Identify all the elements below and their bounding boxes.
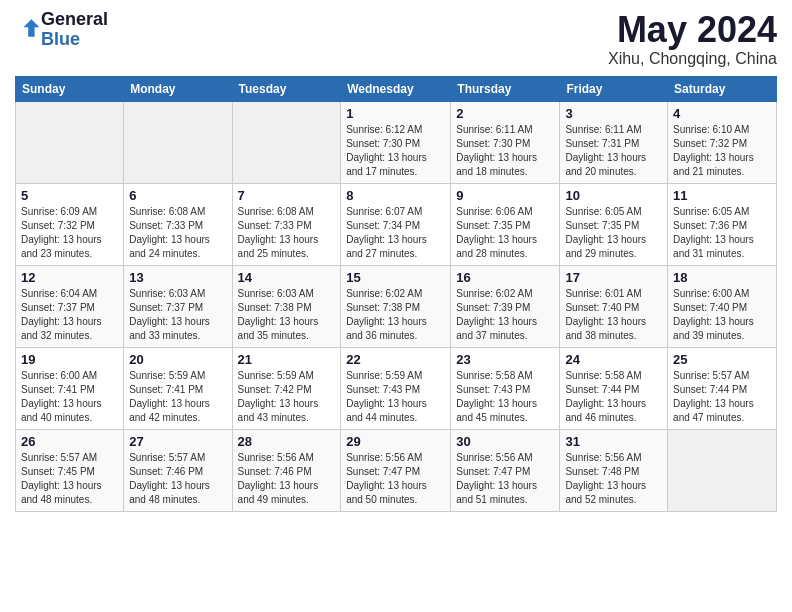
- calendar-body: 1Sunrise: 6:12 AM Sunset: 7:30 PM Daylig…: [16, 101, 777, 511]
- calendar-page: General Blue May 2024 Xihu, Chongqing, C…: [0, 0, 792, 522]
- day-info: Sunrise: 5:56 AM Sunset: 7:47 PM Dayligh…: [456, 451, 554, 507]
- calendar-cell: [232, 101, 341, 183]
- calendar-cell: 16Sunrise: 6:02 AM Sunset: 7:39 PM Dayli…: [451, 265, 560, 347]
- calendar-table: Sunday Monday Tuesday Wednesday Thursday…: [15, 76, 777, 512]
- day-info: Sunrise: 5:56 AM Sunset: 7:48 PM Dayligh…: [565, 451, 662, 507]
- day-number: 5: [21, 188, 118, 203]
- day-info: Sunrise: 5:59 AM Sunset: 7:41 PM Dayligh…: [129, 369, 226, 425]
- week-row-1: 1Sunrise: 6:12 AM Sunset: 7:30 PM Daylig…: [16, 101, 777, 183]
- day-info: Sunrise: 6:07 AM Sunset: 7:34 PM Dayligh…: [346, 205, 445, 261]
- calendar-cell: 1Sunrise: 6:12 AM Sunset: 7:30 PM Daylig…: [341, 101, 451, 183]
- day-number: 12: [21, 270, 118, 285]
- calendar-header: Sunday Monday Tuesday Wednesday Thursday…: [16, 76, 777, 101]
- svg-marker-0: [23, 19, 39, 37]
- day-info: Sunrise: 6:05 AM Sunset: 7:36 PM Dayligh…: [673, 205, 771, 261]
- day-number: 2: [456, 106, 554, 121]
- calendar-cell: 31Sunrise: 5:56 AM Sunset: 7:48 PM Dayli…: [560, 429, 668, 511]
- calendar-cell: 15Sunrise: 6:02 AM Sunset: 7:38 PM Dayli…: [341, 265, 451, 347]
- day-number: 1: [346, 106, 445, 121]
- day-number: 15: [346, 270, 445, 285]
- day-number: 6: [129, 188, 226, 203]
- day-info: Sunrise: 5:59 AM Sunset: 7:42 PM Dayligh…: [238, 369, 336, 425]
- day-number: 11: [673, 188, 771, 203]
- calendar-cell: [16, 101, 124, 183]
- day-number: 10: [565, 188, 662, 203]
- day-info: Sunrise: 6:00 AM Sunset: 7:41 PM Dayligh…: [21, 369, 118, 425]
- calendar-cell: 21Sunrise: 5:59 AM Sunset: 7:42 PM Dayli…: [232, 347, 341, 429]
- calendar-cell: 3Sunrise: 6:11 AM Sunset: 7:31 PM Daylig…: [560, 101, 668, 183]
- header-wednesday: Wednesday: [341, 76, 451, 101]
- day-info: Sunrise: 5:58 AM Sunset: 7:44 PM Dayligh…: [565, 369, 662, 425]
- calendar-cell: 8Sunrise: 6:07 AM Sunset: 7:34 PM Daylig…: [341, 183, 451, 265]
- day-info: Sunrise: 6:11 AM Sunset: 7:30 PM Dayligh…: [456, 123, 554, 179]
- calendar-cell: 18Sunrise: 6:00 AM Sunset: 7:40 PM Dayli…: [668, 265, 777, 347]
- calendar-cell: 28Sunrise: 5:56 AM Sunset: 7:46 PM Dayli…: [232, 429, 341, 511]
- week-row-4: 19Sunrise: 6:00 AM Sunset: 7:41 PM Dayli…: [16, 347, 777, 429]
- day-info: Sunrise: 6:06 AM Sunset: 7:35 PM Dayligh…: [456, 205, 554, 261]
- header-row: Sunday Monday Tuesday Wednesday Thursday…: [16, 76, 777, 101]
- week-row-3: 12Sunrise: 6:04 AM Sunset: 7:37 PM Dayli…: [16, 265, 777, 347]
- day-info: Sunrise: 6:00 AM Sunset: 7:40 PM Dayligh…: [673, 287, 771, 343]
- calendar-cell: [124, 101, 232, 183]
- calendar-cell: 14Sunrise: 6:03 AM Sunset: 7:38 PM Dayli…: [232, 265, 341, 347]
- calendar-subtitle: Xihu, Chongqing, China: [608, 50, 777, 68]
- calendar-cell: 4Sunrise: 6:10 AM Sunset: 7:32 PM Daylig…: [668, 101, 777, 183]
- logo-text: General Blue: [41, 10, 108, 50]
- day-number: 4: [673, 106, 771, 121]
- day-number: 29: [346, 434, 445, 449]
- day-number: 17: [565, 270, 662, 285]
- day-number: 26: [21, 434, 118, 449]
- day-info: Sunrise: 6:04 AM Sunset: 7:37 PM Dayligh…: [21, 287, 118, 343]
- header-saturday: Saturday: [668, 76, 777, 101]
- day-number: 16: [456, 270, 554, 285]
- header: General Blue May 2024 Xihu, Chongqing, C…: [15, 10, 777, 68]
- calendar-cell: 6Sunrise: 6:08 AM Sunset: 7:33 PM Daylig…: [124, 183, 232, 265]
- day-info: Sunrise: 6:05 AM Sunset: 7:35 PM Dayligh…: [565, 205, 662, 261]
- day-info: Sunrise: 6:10 AM Sunset: 7:32 PM Dayligh…: [673, 123, 771, 179]
- day-number: 24: [565, 352, 662, 367]
- day-info: Sunrise: 6:12 AM Sunset: 7:30 PM Dayligh…: [346, 123, 445, 179]
- day-info: Sunrise: 6:09 AM Sunset: 7:32 PM Dayligh…: [21, 205, 118, 261]
- day-number: 27: [129, 434, 226, 449]
- day-number: 3: [565, 106, 662, 121]
- calendar-cell: 29Sunrise: 5:56 AM Sunset: 7:47 PM Dayli…: [341, 429, 451, 511]
- day-number: 8: [346, 188, 445, 203]
- calendar-cell: 2Sunrise: 6:11 AM Sunset: 7:30 PM Daylig…: [451, 101, 560, 183]
- day-info: Sunrise: 5:57 AM Sunset: 7:44 PM Dayligh…: [673, 369, 771, 425]
- calendar-cell: [668, 429, 777, 511]
- day-number: 19: [21, 352, 118, 367]
- day-number: 7: [238, 188, 336, 203]
- calendar-cell: 13Sunrise: 6:03 AM Sunset: 7:37 PM Dayli…: [124, 265, 232, 347]
- calendar-cell: 24Sunrise: 5:58 AM Sunset: 7:44 PM Dayli…: [560, 347, 668, 429]
- day-number: 14: [238, 270, 336, 285]
- calendar-cell: 25Sunrise: 5:57 AM Sunset: 7:44 PM Dayli…: [668, 347, 777, 429]
- day-info: Sunrise: 5:56 AM Sunset: 7:47 PM Dayligh…: [346, 451, 445, 507]
- calendar-cell: 12Sunrise: 6:04 AM Sunset: 7:37 PM Dayli…: [16, 265, 124, 347]
- header-monday: Monday: [124, 76, 232, 101]
- day-number: 13: [129, 270, 226, 285]
- header-thursday: Thursday: [451, 76, 560, 101]
- calendar-cell: 10Sunrise: 6:05 AM Sunset: 7:35 PM Dayli…: [560, 183, 668, 265]
- calendar-cell: 23Sunrise: 5:58 AM Sunset: 7:43 PM Dayli…: [451, 347, 560, 429]
- day-info: Sunrise: 6:01 AM Sunset: 7:40 PM Dayligh…: [565, 287, 662, 343]
- calendar-cell: 19Sunrise: 6:00 AM Sunset: 7:41 PM Dayli…: [16, 347, 124, 429]
- day-number: 31: [565, 434, 662, 449]
- week-row-5: 26Sunrise: 5:57 AM Sunset: 7:45 PM Dayli…: [16, 429, 777, 511]
- day-info: Sunrise: 5:57 AM Sunset: 7:45 PM Dayligh…: [21, 451, 118, 507]
- calendar-cell: 17Sunrise: 6:01 AM Sunset: 7:40 PM Dayli…: [560, 265, 668, 347]
- week-row-2: 5Sunrise: 6:09 AM Sunset: 7:32 PM Daylig…: [16, 183, 777, 265]
- header-friday: Friday: [560, 76, 668, 101]
- day-number: 20: [129, 352, 226, 367]
- day-number: 30: [456, 434, 554, 449]
- header-sunday: Sunday: [16, 76, 124, 101]
- day-info: Sunrise: 6:03 AM Sunset: 7:37 PM Dayligh…: [129, 287, 226, 343]
- calendar-cell: 5Sunrise: 6:09 AM Sunset: 7:32 PM Daylig…: [16, 183, 124, 265]
- logo: General Blue: [15, 10, 108, 50]
- day-number: 18: [673, 270, 771, 285]
- day-number: 23: [456, 352, 554, 367]
- header-tuesday: Tuesday: [232, 76, 341, 101]
- calendar-cell: 20Sunrise: 5:59 AM Sunset: 7:41 PM Dayli…: [124, 347, 232, 429]
- day-number: 9: [456, 188, 554, 203]
- day-number: 28: [238, 434, 336, 449]
- calendar-cell: 26Sunrise: 5:57 AM Sunset: 7:45 PM Dayli…: [16, 429, 124, 511]
